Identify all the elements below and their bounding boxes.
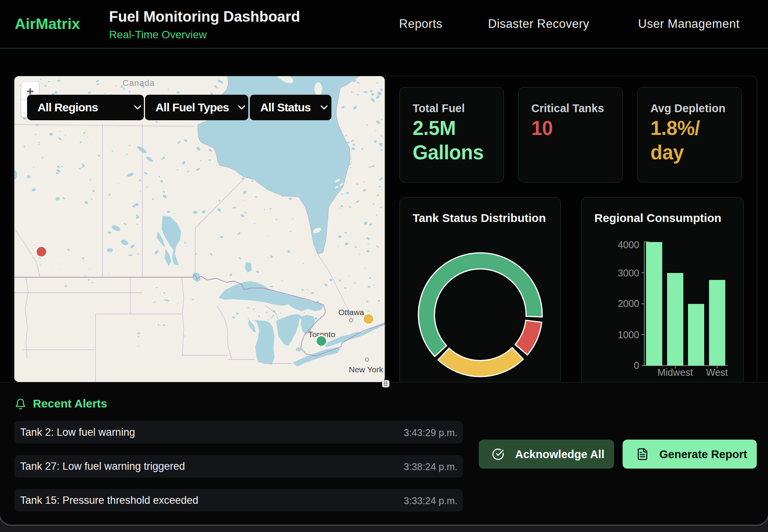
svg-text:Ottawa: Ottawa	[338, 308, 364, 317]
svg-text:Canada: Canada	[123, 78, 155, 88]
svg-text:New York: New York	[349, 365, 383, 374]
